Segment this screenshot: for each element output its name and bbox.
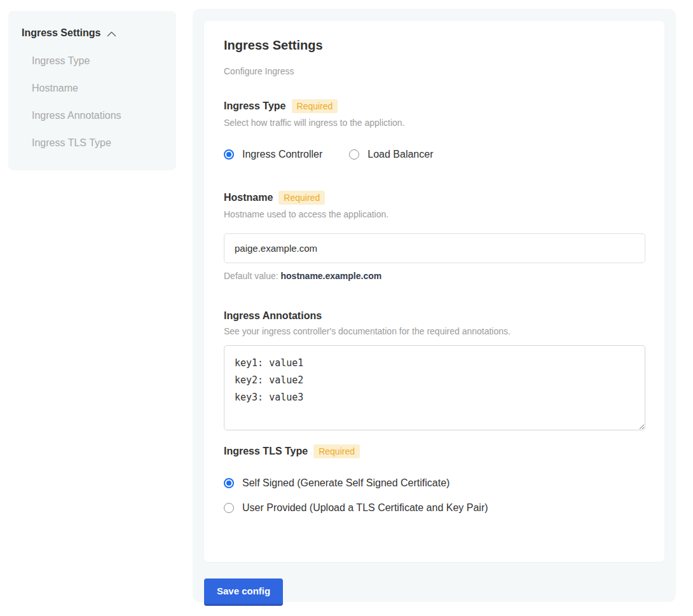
section-hostname: Hostname Required Hostname used to acces…: [224, 191, 645, 281]
hostname-help: Hostname used to access the application.: [224, 209, 645, 219]
ingress-type-label: Ingress Type: [224, 100, 286, 112]
required-badge: Required: [313, 444, 360, 458]
save-row: Save config: [204, 578, 664, 604]
config-main-panel: Ingress Settings Configure Ingress Ingre…: [193, 9, 676, 602]
required-badge: Required: [278, 191, 325, 205]
config-card: Ingress Settings Configure Ingress Ingre…: [204, 21, 664, 562]
hostname-input[interactable]: [224, 233, 645, 263]
radio-selected-icon[interactable]: [224, 149, 234, 160]
section-ingress-tls-type: Ingress TLS Type Required Self Signed (G…: [224, 444, 645, 514]
default-value-prefix: Default value:: [224, 271, 281, 281]
sidebar-item-list: Ingress Type Hostname Ingress Annotation…: [32, 55, 165, 149]
page-subtitle: Configure Ingress: [224, 66, 645, 76]
save-config-button[interactable]: Save config: [204, 578, 283, 604]
page-title: Ingress Settings: [224, 38, 645, 53]
annotations-help: See your ingress controller's documentat…: [224, 326, 645, 336]
radio-ingress-controller[interactable]: Ingress Controller: [224, 149, 322, 160]
tls-type-radio-group: Self Signed (Generate Self Signed Certif…: [224, 477, 645, 514]
hostname-label: Hostname: [224, 192, 273, 203]
sidebar-item-ingress-type[interactable]: Ingress Type: [32, 55, 165, 67]
required-badge: Required: [292, 99, 338, 113]
radio-self-signed[interactable]: Self Signed (Generate Self Signed Certif…: [224, 477, 645, 489]
section-ingress-type: Ingress Type Required Select how traffic…: [224, 99, 645, 160]
radio-load-balancer[interactable]: Load Balancer: [349, 149, 433, 160]
sidebar-group-label: Ingress Settings: [22, 27, 100, 39]
sidebar-item-ingress-annotations[interactable]: Ingress Annotations: [32, 110, 165, 121]
sidebar-item-hostname[interactable]: Hostname: [32, 83, 165, 94]
chevron-up-icon: [107, 31, 116, 37]
radio-unselected-icon[interactable]: [349, 149, 359, 160]
radio-selected-icon[interactable]: [224, 478, 234, 488]
section-ingress-annotations: Ingress Annotations See your ingress con…: [224, 310, 645, 430]
sidebar-item-ingress-tls-type[interactable]: Ingress TLS Type: [32, 137, 165, 149]
radio-user-provided[interactable]: User Provided (Upload a TLS Certificate …: [224, 502, 645, 514]
radio-label: User Provided (Upload a TLS Certificate …: [242, 502, 488, 514]
sidebar-group-ingress-settings[interactable]: Ingress Settings: [22, 27, 165, 39]
default-value-text: hostname.example.com: [281, 271, 382, 281]
radio-label: Load Balancer: [367, 149, 433, 160]
radio-unselected-icon[interactable]: [224, 503, 234, 513]
ingress-type-help: Select how traffic will ingress to the a…: [224, 118, 645, 128]
tls-type-label: Ingress TLS Type: [224, 446, 308, 457]
annotations-textarea[interactable]: key1: value1 key2: value2 key3: value3: [224, 345, 645, 430]
annotations-label: Ingress Annotations: [224, 310, 322, 322]
radio-label: Ingress Controller: [242, 149, 322, 160]
config-nav-sidebar: Ingress Settings Ingress Type Hostname I…: [8, 11, 176, 170]
radio-label: Self Signed (Generate Self Signed Certif…: [242, 477, 449, 489]
ingress-type-radio-group: Ingress Controller Load Balancer: [224, 149, 645, 160]
hostname-default-line: Default value: hostname.example.com: [224, 271, 645, 281]
